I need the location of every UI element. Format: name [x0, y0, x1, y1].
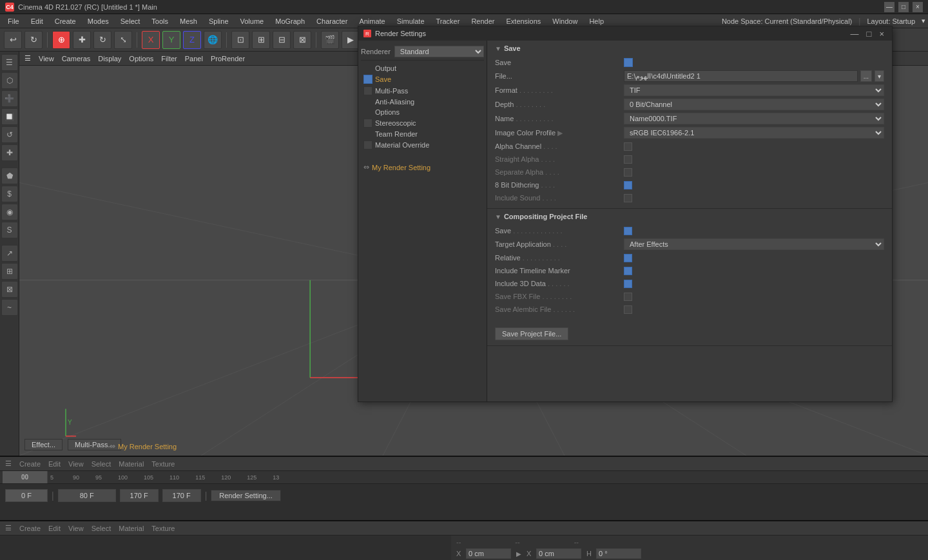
- rs-save-project-btn[interactable]: Save Project File...: [495, 327, 568, 340]
- rs-menu-output[interactable]: Output: [361, 63, 484, 73]
- viewport-menu-display[interactable]: Display: [98, 55, 121, 63]
- rs-menu-multipass[interactable]: Multi-Pass: [361, 85, 484, 97]
- undo-btn[interactable]: ↩: [4, 31, 22, 49]
- z-axis-btn[interactable]: Z: [183, 31, 201, 49]
- scale-tool-btn[interactable]: ⤡: [114, 31, 132, 49]
- h-input[interactable]: [596, 548, 641, 559]
- render-setting-item[interactable]: ⇔ My Render Setting: [110, 442, 177, 450]
- frame-170b-input[interactable]: 170 F: [162, 489, 201, 502]
- bottom-menu-view[interactable]: View: [68, 525, 84, 532]
- rs-depth-select[interactable]: 0 Bit/Channel: [624, 99, 884, 110]
- rs-separate-alpha-checkbox[interactable]: [624, 168, 632, 177]
- menu-character[interactable]: Character: [311, 16, 353, 26]
- minimize-btn[interactable]: —: [884, 2, 894, 12]
- rs-target-app-select[interactable]: After Effects: [624, 238, 884, 250]
- bottom-menu-texture[interactable]: Texture: [151, 525, 175, 532]
- redo-btn[interactable]: ↻: [24, 31, 43, 49]
- rs-minimize-btn[interactable]: —: [848, 29, 862, 39]
- sidebar-icon-10[interactable]: S: [1, 222, 18, 238]
- sidebar-icon-2[interactable]: ⬡: [1, 72, 18, 89]
- menu-extensions[interactable]: Extensions: [501, 16, 546, 26]
- viewport-menu-options[interactable]: Options: [129, 55, 153, 63]
- rs-menu-save[interactable]: Save: [361, 73, 484, 85]
- menu-volume[interactable]: Volume: [235, 16, 269, 26]
- sidebar-icon-5[interactable]: ↺: [1, 126, 18, 143]
- rs-controls[interactable]: — □ ×: [848, 29, 887, 39]
- sidebar-icon-6[interactable]: ✚: [1, 144, 18, 161]
- sidebar-icon-3[interactable]: ➕: [1, 90, 18, 107]
- rs-name-select[interactable]: Name0000.TIF: [624, 113, 884, 124]
- title-bar-controls[interactable]: — □ ×: [884, 2, 923, 12]
- point-mode-btn[interactable]: ⊡: [231, 31, 249, 49]
- rs-maximize-btn[interactable]: □: [864, 29, 875, 39]
- timeline-menu-material[interactable]: Material: [119, 460, 144, 468]
- menu-create[interactable]: Create: [50, 16, 81, 26]
- rs-relative-checkbox[interactable]: [624, 254, 632, 262]
- timeline-menu-texture[interactable]: Texture: [151, 460, 175, 468]
- rs-menu-materialoverride[interactable]: Material Override: [361, 139, 484, 151]
- rs-comp-save-checkbox[interactable]: [624, 227, 632, 235]
- rs-3d-data-checkbox[interactable]: [624, 280, 632, 288]
- rs-file-browse-btn[interactable]: ...: [860, 70, 872, 82]
- menu-help[interactable]: Help: [584, 16, 609, 26]
- rs-alpha-checkbox[interactable]: [624, 142, 632, 151]
- poly-mode-btn[interactable]: ⊟: [273, 31, 291, 49]
- bottom-menu-toggle[interactable]: ☰: [5, 524, 12, 532]
- play-btn-toolbar[interactable]: ▶: [342, 31, 360, 49]
- move-tool-btn[interactable]: ⊕: [52, 31, 70, 49]
- rs-menu-options[interactable]: Options: [361, 107, 484, 117]
- rs-my-render-setting-item[interactable]: ⇔ My Render Setting: [361, 161, 484, 173]
- bottom-menu-material[interactable]: Material: [119, 525, 144, 532]
- sidebar-icon-11[interactable]: ↗: [1, 245, 18, 262]
- select-btn[interactable]: ✚: [73, 31, 91, 49]
- menu-file[interactable]: File: [3, 16, 24, 26]
- y-axis-btn[interactable]: Y: [162, 31, 180, 49]
- rs-menu-teamrender[interactable]: Team Render: [361, 129, 484, 139]
- rs-close-btn[interactable]: ×: [876, 29, 887, 39]
- rs-timeline-marker-checkbox[interactable]: [624, 267, 632, 275]
- menu-modes[interactable]: Modes: [82, 16, 114, 26]
- menu-tracker[interactable]: Tracker: [431, 16, 465, 26]
- x-axis-btn[interactable]: X: [142, 31, 160, 49]
- object-mode-btn[interactable]: ⊠: [293, 31, 311, 49]
- menu-mograph[interactable]: MoGraph: [270, 16, 310, 26]
- sidebar-icon-8[interactable]: $: [1, 186, 18, 202]
- layout-dropdown[interactable]: ▾: [922, 17, 925, 25]
- rs-file-path-input[interactable]: [624, 70, 858, 82]
- rs-menu-stereoscopic[interactable]: Stereoscopic: [361, 117, 484, 129]
- sidebar-icon-4[interactable]: 🔲: [1, 108, 18, 125]
- menu-mesh[interactable]: Mesh: [175, 16, 202, 26]
- x2-input[interactable]: [536, 548, 581, 559]
- viewport-menu-cameras[interactable]: Cameras: [62, 55, 91, 63]
- bottom-menu-select[interactable]: Select: [92, 525, 111, 532]
- frame-170a-input[interactable]: 170 F: [120, 489, 159, 502]
- maximize-btn[interactable]: □: [898, 2, 909, 12]
- render-setting-main-btn[interactable]: Render Setting...: [211, 490, 281, 501]
- rs-file-dropdown-btn[interactable]: ▾: [875, 70, 884, 82]
- sidebar-icon-7[interactable]: ⬟: [1, 168, 18, 184]
- rs-fbx-checkbox[interactable]: [624, 293, 632, 301]
- rs-dither-checkbox[interactable]: [624, 181, 632, 189]
- rs-sound-checkbox[interactable]: [624, 194, 632, 202]
- timeline-menu-select[interactable]: Select: [92, 460, 111, 468]
- frame-end-input[interactable]: 80 F: [58, 489, 116, 502]
- edge-mode-btn[interactable]: ⊞: [252, 31, 270, 49]
- menu-edit[interactable]: Edit: [26, 16, 48, 26]
- rs-format-select[interactable]: TIF: [624, 84, 884, 96]
- sidebar-icon-12[interactable]: ⊞: [1, 263, 18, 280]
- rs-straight-alpha-checkbox[interactable]: [624, 155, 632, 164]
- sidebar-icon-9[interactable]: ◉: [1, 204, 18, 220]
- rotate-tool-btn[interactable]: ↻: [93, 31, 111, 49]
- timeline-menu-view[interactable]: View: [68, 460, 84, 468]
- world-axis-btn[interactable]: 🌐: [204, 31, 222, 49]
- rs-save-checkbox[interactable]: [624, 58, 633, 67]
- timeline-menu-create[interactable]: Create: [19, 460, 41, 468]
- close-btn[interactable]: ×: [913, 2, 923, 12]
- viewport-menu-panel[interactable]: Panel: [185, 55, 203, 63]
- menu-animate[interactable]: Animate: [354, 16, 390, 26]
- rs-alembic-checkbox[interactable]: [624, 305, 632, 314]
- bottom-menu-edit[interactable]: Edit: [48, 525, 61, 532]
- sidebar-icon-14[interactable]: ~: [1, 299, 18, 316]
- effect-btn[interactable]: Effect...: [24, 439, 63, 450]
- render-view-btn[interactable]: 🎬: [321, 31, 339, 49]
